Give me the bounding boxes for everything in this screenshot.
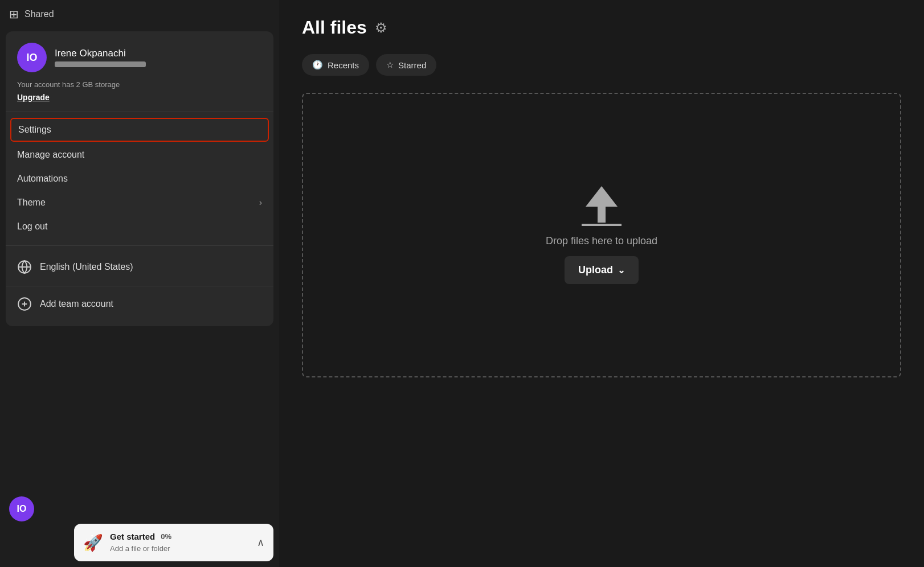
language-section: English (United States) bbox=[6, 248, 273, 286]
get-started-toast[interactable]: 🚀 Get started 0% Add a file or folder ∧ bbox=[74, 524, 273, 561]
menu-item-theme[interactable]: Theme › bbox=[6, 191, 273, 215]
menu-item-settings[interactable]: Settings bbox=[10, 118, 269, 142]
recents-label: Recents bbox=[328, 60, 359, 70]
manage-account-label: Manage account bbox=[17, 150, 84, 160]
add-team-section: Add team account bbox=[6, 286, 273, 326]
globe-icon bbox=[17, 260, 32, 274]
filter-tabs: 🕐 Recents ☆ Starred bbox=[302, 54, 901, 76]
theme-label: Theme bbox=[17, 198, 46, 208]
sidebar-topbar: ⊞ Shared bbox=[0, 0, 279, 28]
menu-item-logout[interactable]: Log out bbox=[6, 215, 273, 239]
toast-subtitle: Add a file or folder bbox=[110, 544, 170, 553]
menu-section: Settings Manage account Automations Them… bbox=[6, 112, 273, 243]
upload-arrow-icon bbox=[582, 186, 622, 226]
rocket-icon: 🚀 bbox=[83, 533, 103, 552]
sidebar: ⊞ Shared IO Irene Okpanachi Your account… bbox=[0, 0, 279, 567]
page-header: All files ⚙ bbox=[302, 17, 901, 38]
plus-circle-icon bbox=[17, 297, 32, 311]
grid-icon: ⊞ bbox=[9, 7, 19, 21]
logout-label: Log out bbox=[17, 221, 47, 232]
account-dropdown: IO Irene Okpanachi Your account has 2 GB… bbox=[6, 31, 273, 326]
user-email-redacted bbox=[55, 61, 146, 67]
user-info: IO Irene Okpanachi bbox=[17, 43, 262, 72]
menu-item-automations[interactable]: Automations bbox=[6, 167, 273, 191]
toast-percent: 0% bbox=[161, 532, 171, 541]
avatar: IO bbox=[17, 43, 47, 72]
automations-label: Automations bbox=[17, 174, 68, 184]
tab-starred[interactable]: ☆ Starred bbox=[376, 54, 436, 76]
toast-chevron-up-icon[interactable]: ∧ bbox=[257, 536, 264, 549]
user-name: Irene Okpanachi bbox=[55, 48, 146, 59]
toast-title: Get started 0% bbox=[110, 532, 250, 541]
add-team-label: Add team account bbox=[40, 299, 113, 309]
recents-clock-icon: 🕐 bbox=[312, 60, 323, 70]
drop-zone[interactable]: Drop files here to upload Upload ⌄ bbox=[302, 93, 901, 377]
divider-2 bbox=[6, 245, 273, 246]
upgrade-link[interactable]: Upgrade bbox=[17, 93, 50, 102]
upload-label: Upload bbox=[578, 264, 613, 276]
user-details: Irene Okpanachi bbox=[55, 48, 146, 67]
shared-label: Shared bbox=[24, 9, 54, 19]
arrow-stem bbox=[598, 207, 606, 223]
arrow-up bbox=[586, 186, 618, 207]
starred-label: Starred bbox=[398, 60, 426, 70]
language-item[interactable]: English (United States) bbox=[6, 253, 273, 281]
tab-recents[interactable]: 🕐 Recents bbox=[302, 54, 369, 76]
menu-item-manage-account[interactable]: Manage account bbox=[6, 143, 273, 167]
arrow-base bbox=[582, 224, 622, 226]
upload-button[interactable]: Upload ⌄ bbox=[565, 256, 639, 284]
toast-content: Get started 0% Add a file or folder bbox=[110, 532, 250, 553]
star-icon: ☆ bbox=[386, 60, 394, 70]
upload-chevron-down-icon: ⌄ bbox=[618, 265, 625, 276]
drop-text: Drop files here to upload bbox=[546, 235, 657, 247]
bottom-user-avatar[interactable]: IO bbox=[9, 496, 34, 521]
user-section: IO Irene Okpanachi Your account has 2 GB… bbox=[6, 31, 273, 112]
add-team-item[interactable]: Add team account bbox=[6, 289, 273, 319]
settings-gear-icon[interactable]: ⚙ bbox=[375, 20, 387, 36]
main-content: All files ⚙ 🕐 Recents ☆ Starred Drop fil… bbox=[279, 0, 924, 567]
settings-label: Settings bbox=[18, 125, 51, 135]
toast-title-text: Get started bbox=[110, 532, 155, 541]
storage-text: Your account has 2 GB storage bbox=[17, 80, 262, 89]
page-title: All files bbox=[302, 17, 367, 38]
chevron-right-icon: › bbox=[259, 198, 262, 208]
language-label: English (United States) bbox=[40, 262, 133, 272]
